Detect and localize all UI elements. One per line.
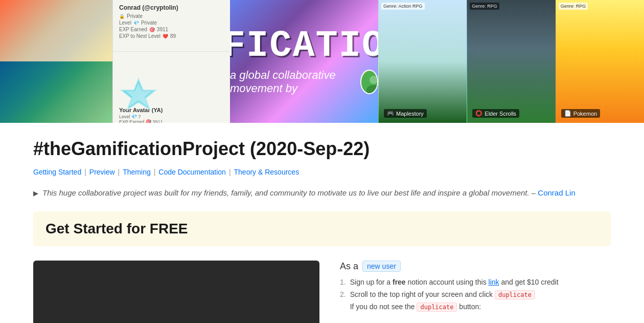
step-2-text: Scroll to the top right of your screen a… <box>350 290 535 298</box>
star-icon <box>118 75 159 116</box>
instruction-step-2: 2. Scroll to the top right of your scree… <box>340 290 611 298</box>
duplicate-badge-1: duplicate <box>495 290 535 299</box>
duplicate-badge-2: duplicate <box>417 303 457 312</box>
nav-sep-1: | <box>84 168 86 176</box>
triangle-icon: ▶ <box>33 189 38 197</box>
instruction-step-3: 3. If you do not see the duplicate butto… <box>340 303 611 311</box>
maplestory-label: 🎮 Maplestory <box>384 109 427 118</box>
notion-user-name: Conrad (@cryptolin) <box>119 4 224 11</box>
notion-link[interactable]: link <box>489 278 499 286</box>
get-started-title: Get Started for FREE <box>45 221 599 237</box>
step-1-num: 1. <box>340 278 346 286</box>
notion-row-exp-next: EXP to Next Level ❤️ 89 <box>119 33 224 39</box>
games-strip: 🎮 Maplestory Genre: Action RPG ⭕ Elder S… <box>378 0 644 123</box>
star-icon-container <box>118 75 159 118</box>
pokemon-label: 📄 Pokemon <box>561 109 600 118</box>
nav-link-preview[interactable]: Preview <box>89 168 115 176</box>
description-block: ▶ This huge collaborative project was bu… <box>33 188 611 197</box>
nav-link-theming[interactable]: Theming <box>123 168 150 176</box>
step-3-text: If you do not see the duplicate button: <box>350 303 481 311</box>
page-title: #theGamificationProject (2020-Sep-22) <box>33 138 611 160</box>
maplestory-icon: 🎮 <box>387 110 394 117</box>
nav-link-theory-resources[interactable]: Theory & Resources <box>234 168 300 176</box>
content-area: #theGamificationProject (2020-Sep-22) Ge… <box>0 123 644 323</box>
game-panel-elder-scrolls: ⭕ Elder Scrolls Genre: RPG <box>467 0 555 123</box>
description-main: This huge collaborative project was buil… <box>42 188 536 197</box>
notion-row-exp: EXP Earned 🎯 3911 <box>119 27 224 32</box>
author-avatar <box>360 70 378 94</box>
notion-exp-value: 3911 <box>157 27 168 32</box>
notion-panel: Conrad (@cryptolin) 🔒 Private Level 💎 Pr… <box>112 0 230 123</box>
game-panel-maplestory: 🎮 Maplestory Genre: Action RPG <box>378 0 467 123</box>
as-a-label: As a new user <box>340 261 611 272</box>
avatar-exp-row: EXP Earned 🎯 3911 <box>119 119 224 123</box>
elder-scrolls-name: Elder Scrolls <box>485 111 516 117</box>
panel-left-collage <box>0 0 112 123</box>
banner-title: #THEGAMIFICATIONPROJECT <box>230 28 378 64</box>
nav-sep-2: | <box>118 168 120 176</box>
notion-private-label: Private <box>127 13 143 19</box>
get-started-section: Get Started for FREE <box>33 211 611 246</box>
pokemon-name: Pokemon <box>573 111 597 117</box>
elder-scrolls-icon: ⭕ <box>475 110 482 117</box>
bottom-layout: As a new user 1. Sign up for a free noti… <box>33 261 611 323</box>
author-link[interactable]: Conrad Lin <box>538 188 575 197</box>
nav-links: Getting Started | Preview | Theming | Co… <box>33 168 611 176</box>
notion-level-value: Private <box>141 20 157 26</box>
step-1-text: Sign up for a free notion account using … <box>350 278 559 286</box>
nav-link-code-docs[interactable]: Code Documentation <box>158 168 226 176</box>
main-banner: #THEGAMIFICATIONPROJECT a global collabo… <box>230 0 378 123</box>
nav-link-getting-started[interactable]: Getting Started <box>33 168 81 176</box>
notion-row-level: Level 💎 Private <box>119 20 224 26</box>
hero-banner: Conrad (@cryptolin) 🔒 Private Level 💎 Pr… <box>0 0 644 123</box>
nav-sep-4: | <box>229 168 231 176</box>
instruction-step-1: 1. Sign up for a free notion account usi… <box>340 278 611 286</box>
instructions-list: 1. Sign up for a free notion account usi… <box>340 278 611 311</box>
instructions-area: As a new user 1. Sign up for a free noti… <box>340 261 611 315</box>
elder-scrolls-label: ⭕ Elder Scrolls <box>472 109 519 118</box>
svg-point-3 <box>370 76 378 84</box>
maplestory-name: Maplestory <box>396 111 424 117</box>
as-a-text: As a <box>340 261 358 272</box>
pokemon-icon: 📄 <box>564 110 571 117</box>
free-bold: free <box>393 278 406 286</box>
video-placeholder <box>33 261 319 323</box>
description-text: This huge collaborative project was buil… <box>42 188 576 197</box>
game-panel-pokemon: 📄 Pokemon Genre: RPG <box>556 0 644 123</box>
step-2-num: 2. <box>340 290 346 298</box>
notion-row-private: 🔒 Private <box>119 13 224 19</box>
new-user-badge: new user <box>362 261 401 272</box>
notion-exp-next-value: 89 <box>170 33 176 39</box>
subtitle-text: a global collaborative movement by <box>230 69 355 95</box>
banner-subtitle: a global collaborative movement by <box>230 69 378 95</box>
nav-sep-3: | <box>154 168 156 176</box>
